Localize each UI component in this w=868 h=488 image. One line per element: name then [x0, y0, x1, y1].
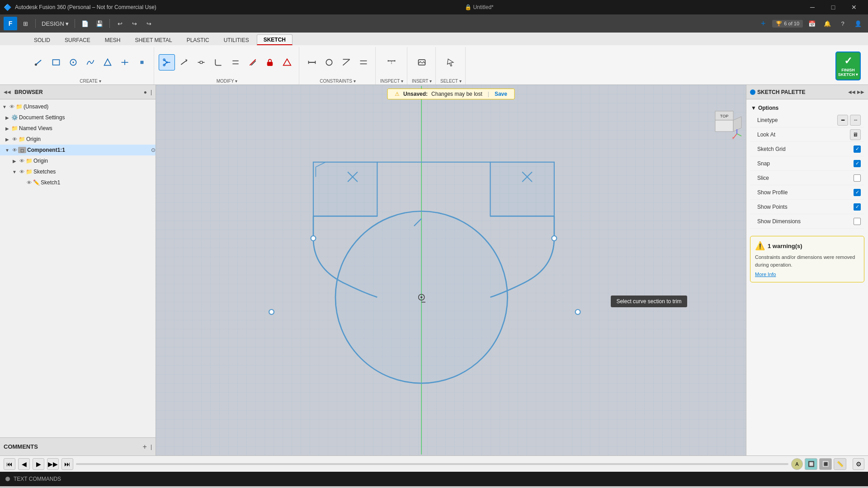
- tab-sketch[interactable]: SKETCH: [257, 34, 292, 45]
- parallel-constraint[interactable]: [355, 54, 372, 70]
- look-at-button[interactable]: 🖥: [850, 129, 861, 140]
- fillet-tool[interactable]: [210, 54, 226, 70]
- extend-tool[interactable]: [176, 54, 192, 70]
- sketch-grid-checkbox[interactable]: ✓: [854, 145, 861, 153]
- spline-tool[interactable]: [82, 54, 99, 70]
- tree-item-doc-settings[interactable]: ▶ ⚙️ Document Settings: [0, 112, 156, 123]
- tab-surface[interactable]: SURFACE: [58, 34, 97, 45]
- tree-item-named-views[interactable]: ▶ 📁 Named Views: [0, 123, 156, 134]
- palette-collapse-button[interactable]: ▶▶: [857, 89, 864, 94]
- tab-plastic[interactable]: PLASTIC: [180, 34, 216, 45]
- tree-expand-named-views[interactable]: ▶: [4, 125, 11, 132]
- equal-constraint[interactable]: [279, 54, 295, 70]
- eye-icon-origin[interactable]: 👁: [11, 136, 18, 143]
- anim-prev-button[interactable]: ◀: [18, 458, 30, 470]
- file-button[interactable]: 📄: [79, 17, 91, 30]
- grid-menu-button[interactable]: ⊞: [19, 17, 32, 30]
- help-button[interactable]: ?: [836, 17, 849, 30]
- minimize-button[interactable]: ─: [802, 0, 823, 14]
- constraints-group-label[interactable]: CONSTRAINTS ▾: [320, 78, 355, 84]
- offset-tool[interactable]: [245, 54, 261, 70]
- show-dimensions-checkbox[interactable]: [854, 218, 861, 225]
- lock-tool[interactable]: [262, 54, 278, 70]
- notifications-button[interactable]: 🔔: [821, 17, 834, 30]
- undo-button[interactable]: ↩: [113, 17, 126, 30]
- tree-item-root[interactable]: ▼ 👁 📁 (Unsaved): [0, 101, 156, 112]
- anim-icon-d-button[interactable]: 📏: [834, 458, 846, 470]
- save-button[interactable]: 💾: [93, 17, 106, 30]
- maximize-button[interactable]: □: [823, 0, 844, 14]
- select-group-label[interactable]: SELECT ▾: [440, 78, 462, 84]
- break-tool[interactable]: [193, 54, 209, 70]
- sketch-canvas[interactable]: Select curve section to trim TOP X: [156, 85, 746, 455]
- tree-expand-component1[interactable]: ▼: [4, 146, 11, 154]
- anim-icon-b-button[interactable]: 🔲: [805, 458, 817, 470]
- tree-expand-doc[interactable]: ▶: [4, 114, 11, 121]
- undo-arrow2[interactable]: ↪: [142, 17, 155, 30]
- anim-play-button[interactable]: ▶: [33, 458, 44, 470]
- measure-tool[interactable]: [383, 54, 400, 70]
- add-comment-button[interactable]: +: [143, 443, 147, 451]
- browser-pin-button[interactable]: |: [151, 89, 152, 95]
- close-button[interactable]: ✕: [844, 0, 864, 14]
- eye-icon-comp-origin[interactable]: 👁: [18, 157, 25, 164]
- tree-expand-sketches[interactable]: ▼: [11, 168, 18, 175]
- show-profile-checkbox[interactable]: ✓: [854, 189, 861, 196]
- tree-item-sketches[interactable]: ▼ 👁 📁 Sketches: [0, 166, 156, 177]
- trim-tool[interactable]: [159, 54, 175, 70]
- linetype-dashed-button[interactable]: ┄: [850, 115, 861, 126]
- anim-icon-a-button[interactable]: A: [791, 458, 803, 470]
- anim-icon-c-button[interactable]: 🔳: [819, 458, 832, 470]
- target-icon[interactable]: ⊙: [151, 147, 156, 153]
- progress-badge[interactable]: 🏆 6 of 10: [772, 20, 803, 28]
- anim-last-button[interactable]: ⏭: [61, 458, 73, 470]
- show-points-checkbox[interactable]: ✓: [854, 203, 861, 211]
- view-cube[interactable]: TOP X: [706, 107, 742, 143]
- collapse-browser-button[interactable]: ◀◀: [4, 89, 11, 94]
- point-tool[interactable]: [134, 54, 150, 70]
- anim-next-button[interactable]: ▶▶: [47, 458, 59, 470]
- polygon-tool[interactable]: [99, 54, 116, 70]
- create-group-label[interactable]: CREATE ▾: [80, 78, 101, 84]
- user-button[interactable]: 👤: [852, 17, 864, 30]
- design-dropdown[interactable]: DESIGN ▾: [39, 17, 71, 30]
- slice-checkbox[interactable]: [854, 174, 861, 182]
- eye-icon-component1[interactable]: 👁: [11, 146, 18, 154]
- construction-line-tool[interactable]: [117, 54, 133, 70]
- window-controls[interactable]: ─ □ ✕: [802, 0, 864, 14]
- eye-icon-sketch1[interactable]: 👁: [25, 179, 33, 186]
- modify-group-label[interactable]: MODIFY ▾: [217, 78, 237, 84]
- tab-utilities[interactable]: UTILITIES: [217, 34, 256, 45]
- anim-track[interactable]: [76, 463, 788, 465]
- eye-icon-sketches[interactable]: 👁: [18, 168, 25, 175]
- insert-group-label[interactable]: INSERT ▾: [412, 78, 432, 84]
- anim-first-button[interactable]: ⏮: [4, 458, 15, 470]
- canvas-area[interactable]: ⚠ Unsaved: Changes may be lost | Save: [156, 85, 746, 455]
- palette-expand-button[interactable]: ◀◀: [848, 89, 855, 94]
- redo-button[interactable]: ↪: [128, 17, 141, 30]
- add-button[interactable]: +: [757, 17, 769, 30]
- tree-item-component1[interactable]: ▼ 👁 ◻ Component1:1 ⊙: [0, 145, 156, 155]
- anim-settings-button[interactable]: ⚙: [853, 458, 864, 470]
- select-tool[interactable]: [443, 54, 459, 70]
- tab-mesh[interactable]: MESH: [98, 34, 127, 45]
- eye-icon-root[interactable]: 👁: [8, 103, 15, 110]
- tree-item-origin[interactable]: ▶ 👁 📁 Origin: [0, 134, 156, 145]
- snap-checkbox[interactable]: ✓: [854, 160, 861, 167]
- horizontal-constraint[interactable]: [304, 54, 320, 70]
- perpendicular-constraint[interactable]: [338, 54, 354, 70]
- inspect-group-label[interactable]: INSPECT ▾: [380, 78, 403, 84]
- parallel-tool[interactable]: [227, 54, 244, 70]
- tree-item-sketch1[interactable]: ▶ 👁 ✏️ Sketch1: [0, 177, 156, 188]
- tree-item-comp-origin[interactable]: ▶ 👁 📁 Origin: [0, 155, 156, 166]
- save-link[interactable]: Save: [495, 91, 507, 97]
- browser-options-button[interactable]: ●: [144, 89, 147, 95]
- comments-pin-button[interactable]: |: [151, 444, 152, 450]
- insert-image-tool[interactable]: [414, 54, 430, 70]
- linetype-solid-button[interactable]: ━: [837, 115, 848, 126]
- tab-sheet-metal[interactable]: SHEET METAL: [128, 34, 179, 45]
- tree-expand-comp-origin[interactable]: ▶: [11, 157, 18, 164]
- tab-solid[interactable]: SOLID: [27, 34, 57, 45]
- finish-sketch-button[interactable]: ✓ FINISH SKETCH ▾: [835, 52, 861, 80]
- tree-expand-root[interactable]: ▼: [1, 103, 8, 110]
